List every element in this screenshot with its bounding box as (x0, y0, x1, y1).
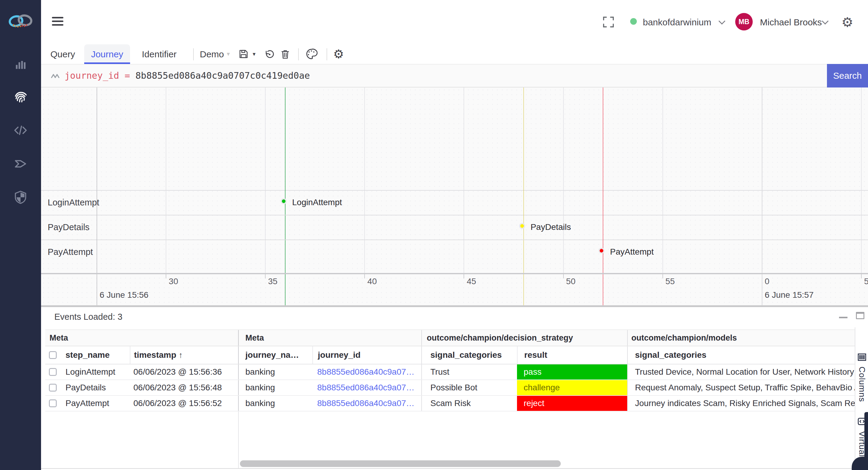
row-label-column-border (97, 88, 97, 305)
event-dot-PayAttempt[interactable] (598, 248, 604, 254)
journey-id-link[interactable]: 8b8855ed086a40c9a07… (317, 367, 414, 376)
group-header: outcome/champion/models (627, 330, 855, 346)
event-row[interactable]: PayDetails06/06/2023 @ 15:56:48banking8b… (45, 380, 855, 396)
top-bar: bankofdarwinium MB Michael Brooks ⚙ (41, 0, 868, 44)
user-chevron-down-icon[interactable] (822, 18, 829, 25)
gridline (166, 88, 166, 273)
fingerprint-icon (13, 90, 28, 105)
search-button[interactable]: Search (827, 64, 868, 88)
timeline-row-label: LoginAttempt (48, 190, 96, 215)
history-restore-icon[interactable] (265, 49, 275, 59)
axis-date-label: 6 June 15:57 (765, 290, 814, 300)
palette-icon[interactable] (305, 48, 317, 60)
axis-tick-label: 30 (169, 277, 178, 286)
code-icon (13, 124, 28, 137)
cell-signal_categories_models: Journey indicates Scam, Risky Enriched S… (627, 396, 855, 411)
column-header-journey_name[interactable]: journey_na… (238, 346, 312, 364)
sort-asc-icon: ↑ (179, 350, 183, 359)
axis-tick-label: 45 (467, 277, 476, 286)
avatar[interactable]: MB (735, 13, 753, 30)
horizontal-scrollbar-thumb[interactable] (240, 460, 561, 467)
sidebar-item-code[interactable] (0, 120, 41, 141)
query-wave-icon (51, 72, 61, 80)
bar-chart-icon (14, 58, 27, 71)
sidebar-item-analytics[interactable] (0, 53, 41, 75)
select-all-checkbox[interactable] (49, 351, 57, 359)
axis-date-label: 6 June 15:56 (100, 290, 149, 300)
toolbar-divider (327, 48, 327, 60)
side-tab-columns[interactable]: Columns (857, 367, 867, 402)
event-row[interactable]: LoginAttempt06/06/2023 @ 15:56:36banking… (45, 365, 855, 380)
header-checkbox-cell (45, 346, 62, 364)
flow-arrow-icon (13, 157, 28, 170)
event-line-PayAttempt (603, 88, 603, 305)
row-checkbox[interactable] (49, 399, 57, 407)
save-icon[interactable] (239, 49, 249, 59)
cell-journey_id: 8b8855ed086a40c9a07… (312, 380, 421, 395)
row-checkbox[interactable] (49, 384, 57, 391)
column-header-timestamp[interactable]: timestamp↑ (130, 346, 238, 364)
column-header-step_name[interactable]: step_name (62, 346, 130, 364)
axis-tick-label: 35 (268, 277, 277, 286)
column-header-result[interactable]: result (517, 346, 627, 364)
tab-query[interactable]: Query (51, 44, 75, 64)
group-header: Meta (238, 330, 421, 346)
axis-tick (464, 274, 464, 278)
preset-caret-icon[interactable]: ▼ (226, 44, 231, 64)
journey-id-link[interactable]: 8b8855ed086a40c9a07… (317, 383, 414, 392)
menu-icon[interactable] (52, 17, 63, 26)
query-settings-gear-icon[interactable]: ⚙ (333, 44, 344, 64)
event-dot-PayDetails[interactable] (519, 223, 525, 229)
query-operator: = (125, 70, 130, 81)
save-caret-icon[interactable]: ▼ (252, 44, 256, 64)
sidebar-item-flows[interactable] (0, 153, 41, 175)
gridline (265, 88, 266, 273)
org-name[interactable]: bankofdarwinium (643, 0, 711, 44)
columns-icon[interactable] (858, 353, 867, 362)
panel-minimize-icon[interactable] (839, 317, 847, 318)
panel-bottom-border (41, 468, 868, 469)
darwinium-logo[interactable] (0, 7, 41, 36)
row-checkbox[interactable] (49, 368, 57, 376)
timeline-row-label: PayDetails (48, 215, 96, 240)
event-row[interactable]: PayAttempt06/06/2023 @ 15:56:52banking8b… (45, 396, 855, 411)
cell-signal_categories_models: Request Anomaly, Suspect Setup, Traffic … (627, 380, 855, 395)
query-bar[interactable]: journey_id = 8b8855ed086a40c9a0707c0c419… (41, 64, 868, 88)
fullscreen-icon[interactable] (602, 16, 615, 28)
query-expression[interactable]: journey_id = 8b8855ed086a40c9a0707c0c419… (65, 65, 310, 87)
sidebar-item-security[interactable] (0, 186, 41, 208)
axis-tick (861, 274, 862, 278)
query-field: journey_id (65, 70, 119, 81)
axis-tick-label: 55 (665, 277, 675, 286)
result-badge-reject: reject (517, 396, 627, 411)
axis-tick (166, 274, 166, 278)
event-point-label: PayAttempt (610, 246, 654, 258)
column-header-journey_id[interactable]: journey_id (312, 346, 421, 364)
delete-trash-icon[interactable] (280, 49, 290, 60)
user-name[interactable]: Michael Brooks (760, 0, 822, 44)
tab-identifier[interactable]: Identifier (142, 44, 177, 64)
cell-step_name: PayDetails (62, 380, 130, 395)
settings-gear-icon[interactable]: ⚙ (841, 0, 853, 44)
sidebar-item-journeys-active[interactable] (0, 86, 41, 108)
column-divider (238, 411, 239, 468)
axis-tick-label: 0 (765, 277, 770, 286)
shield-icon (14, 190, 27, 204)
row-checkbox-cell (45, 365, 62, 379)
org-chevron-down-icon[interactable] (719, 18, 725, 25)
row-checkbox-cell (45, 396, 62, 411)
axis-tick-label: 50 (566, 277, 576, 286)
events-loaded-count: Events Loaded: 3 (54, 307, 123, 326)
journey-id-link[interactable]: 8b8855ed086a40c9a07… (317, 399, 414, 408)
result-badge-pass: pass (517, 365, 627, 379)
column-header-signal_categories[interactable]: signal_categories (421, 346, 517, 364)
tab-bar: Query Journey Identifier Demo ▼ ▼ (41, 44, 868, 64)
event-dot-LoginAttempt[interactable] (281, 198, 287, 204)
row-separator (41, 240, 868, 240)
column-header-signal_categories_models[interactable]: signal_categories (627, 346, 855, 364)
tab-journey[interactable]: Journey (84, 44, 130, 64)
gridline (464, 88, 464, 273)
event-point-label: LoginAttempt (292, 196, 342, 209)
panel-maximize-icon[interactable] (856, 312, 864, 319)
preset-select[interactable]: Demo (200, 44, 224, 64)
